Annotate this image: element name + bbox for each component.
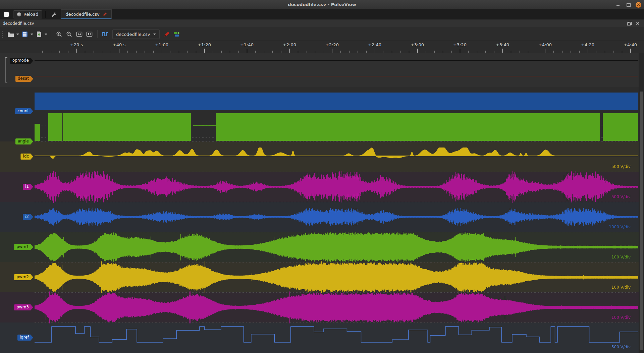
minor-tick xyxy=(59,51,60,53)
minor-tick xyxy=(426,51,426,53)
minor-tick xyxy=(102,51,102,53)
stop-icon xyxy=(4,12,9,17)
minor-tick xyxy=(324,51,324,53)
channel-tag-idc[interactable]: idc xyxy=(20,154,33,160)
open-file-icon xyxy=(7,32,14,37)
main-toolbar: decodedfile.csv xyxy=(0,28,644,41)
minor-tick xyxy=(468,51,469,53)
pulseview-window: decodedfile.csv - PulseView Reload decod… xyxy=(0,0,644,353)
dock-controls xyxy=(627,21,640,26)
window-controls xyxy=(615,0,641,9)
major-tick xyxy=(502,49,503,53)
save-session-button[interactable] xyxy=(20,29,30,39)
wrench-icon xyxy=(51,11,56,17)
separator xyxy=(97,30,98,38)
minor-tick xyxy=(170,51,170,53)
minor-tick xyxy=(145,51,145,53)
save-dropdown-button[interactable] xyxy=(30,29,34,39)
minor-tick xyxy=(51,51,51,53)
minor-tick xyxy=(477,51,477,53)
open-dropdown-button[interactable] xyxy=(16,29,20,39)
ruler-tick-label: +40 s xyxy=(113,42,125,47)
time-ruler[interactable]: +20 s+40 s+1:00+1:20+1:40+2:00+2:20+2:40… xyxy=(0,41,644,53)
channel-tag-opmode[interactable]: opmode xyxy=(10,58,33,64)
channel-tag-desat[interactable]: desat xyxy=(15,76,33,82)
minor-tick xyxy=(605,51,605,53)
channel-tag-angle[interactable]: angle xyxy=(15,138,33,144)
ruler-tick-label: +2:40 xyxy=(368,42,381,47)
logic-pulses-button[interactable] xyxy=(100,29,110,39)
waveform-canvas[interactable] xyxy=(0,53,644,353)
run-stop-button[interactable] xyxy=(2,10,11,19)
minor-tick xyxy=(213,51,213,53)
minor-tick xyxy=(85,51,85,53)
major-tick xyxy=(630,49,631,53)
reload-icon xyxy=(17,12,21,16)
minor-tick xyxy=(366,51,367,53)
red-marker-icon xyxy=(163,31,170,37)
major-tick xyxy=(247,49,247,53)
ruler-tick-label: +4:40 xyxy=(624,42,637,47)
channel-tag-count[interactable]: count xyxy=(15,108,33,114)
minimize-button[interactable] xyxy=(615,2,621,7)
zoom-fit-button[interactable] xyxy=(74,29,84,39)
vertical-scrollbar[interactable] xyxy=(639,53,644,353)
scale-label-i1: 500 V/div xyxy=(611,194,631,199)
channel-tag-i2[interactable]: i2 xyxy=(23,214,33,220)
import-file-button[interactable] xyxy=(34,29,44,39)
scale-label-pwm3: 100 V/div xyxy=(611,315,631,320)
save-icon xyxy=(22,31,28,37)
minor-tick xyxy=(596,51,596,53)
minor-tick xyxy=(571,51,571,53)
dock-close-icon[interactable] xyxy=(636,21,640,26)
minor-tick xyxy=(307,51,307,53)
minor-tick xyxy=(562,51,562,53)
marker-pen-button[interactable] xyxy=(162,29,172,39)
edit-pen-icon xyxy=(102,12,107,17)
maximize-button[interactable] xyxy=(626,2,631,7)
session-tab[interactable]: decodedfile.csv xyxy=(61,9,111,19)
channel-tag-pwm2[interactable]: pwm2 xyxy=(14,274,33,280)
toolbar-grip-handle[interactable] xyxy=(2,30,3,38)
scale-label-pwm1: 100 V/div xyxy=(611,255,631,259)
minor-tick xyxy=(511,51,511,53)
maximize-icon xyxy=(627,3,631,7)
settings-button[interactable] xyxy=(49,10,58,19)
chevron-down-icon xyxy=(45,34,47,35)
major-tick xyxy=(332,49,332,53)
ruler-tick-label: +1:40 xyxy=(240,42,254,47)
trace-view[interactable]: opmodedesatcountangleidci1i2pwm1pwm2pwm3… xyxy=(0,53,644,353)
add-decoder-button[interactable] xyxy=(172,29,182,39)
channel-tag-iqref[interactable]: iqref xyxy=(17,335,33,341)
minor-tick xyxy=(340,51,341,53)
scrollbar-thumb[interactable] xyxy=(640,92,643,350)
zoom-original-button[interactable] xyxy=(84,29,94,39)
separator xyxy=(45,11,46,18)
ruler-tick-label: +2:20 xyxy=(325,42,339,47)
major-tick xyxy=(588,49,588,53)
zoom-original-icon xyxy=(86,32,93,37)
minimize-icon xyxy=(616,5,620,6)
decoder-file-combo[interactable]: decodedfile.csv xyxy=(112,30,160,39)
float-dock-icon[interactable] xyxy=(627,22,632,25)
chevron-down-icon xyxy=(31,34,33,35)
zoom-out-button[interactable] xyxy=(64,29,74,39)
channel-tag-pwm3[interactable]: pwm3 xyxy=(14,304,33,310)
minor-tick xyxy=(153,51,154,53)
reload-button[interactable]: Reload xyxy=(13,10,42,18)
minor-tick xyxy=(494,51,494,53)
minor-tick xyxy=(255,51,256,53)
channel-tag-i1[interactable]: i1 xyxy=(23,184,33,190)
major-tick xyxy=(417,49,418,53)
import-file-icon xyxy=(36,31,42,37)
channel-label-gutter: opmodedesatcountangleidci1i2pwm1pwm2pwm3… xyxy=(0,53,33,353)
open-file-button[interactable] xyxy=(6,29,16,39)
minor-tick xyxy=(315,51,315,53)
scale-label-iqref: 500 V/div xyxy=(611,345,631,349)
minor-tick xyxy=(383,51,383,53)
close-button[interactable] xyxy=(636,2,641,8)
import-dropdown-button[interactable] xyxy=(44,29,48,39)
zoom-in-button[interactable] xyxy=(54,29,64,39)
minor-tick xyxy=(111,51,111,53)
channel-tag-pwm1[interactable]: pwm1 xyxy=(14,244,33,250)
